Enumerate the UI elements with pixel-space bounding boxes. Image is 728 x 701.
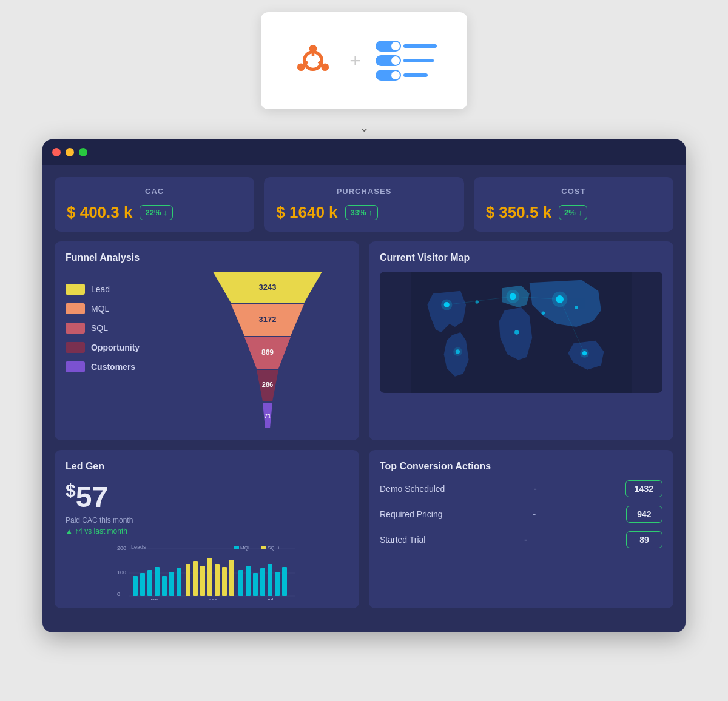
trial-value: 89 bbox=[626, 531, 662, 548]
metric-card-purchases: PURCHASES $ 1640 k 33% ↑ bbox=[264, 177, 463, 232]
led-gen-number: 57 bbox=[76, 481, 108, 513]
svg-text:200: 200 bbox=[117, 545, 126, 551]
svg-rect-46 bbox=[162, 576, 167, 596]
cac-label: CAC bbox=[67, 187, 242, 196]
svg-point-30 bbox=[575, 306, 578, 309]
legend-sql: SQL bbox=[66, 323, 175, 334]
window-close-btn[interactable] bbox=[52, 148, 61, 156]
svg-point-2 bbox=[322, 64, 329, 72]
demo-dash: - bbox=[533, 483, 536, 494]
cac-value: $ 400.3 k bbox=[67, 203, 132, 222]
svg-point-3 bbox=[297, 64, 305, 72]
svg-rect-52 bbox=[207, 558, 212, 596]
svg-rect-49 bbox=[186, 564, 190, 596]
led-gen-title: Led Gen bbox=[66, 461, 348, 472]
visitor-map-card: Current Visitor Map bbox=[369, 241, 673, 440]
chevron-down-icon: ⌄ bbox=[359, 120, 369, 135]
pricing-dash: - bbox=[533, 509, 536, 520]
mql-label: MQL bbox=[91, 304, 109, 314]
cost-arrow: ↓ bbox=[578, 208, 582, 217]
trial-dash: - bbox=[524, 534, 527, 545]
svg-rect-57 bbox=[246, 566, 251, 596]
conversion-card: Top Conversion Actions Demo Scheduled - … bbox=[369, 450, 673, 608]
legend-customers: Customers bbox=[66, 361, 175, 372]
cac-value-row: $ 400.3 k 22% ↓ bbox=[67, 203, 242, 222]
svg-text:286: 286 bbox=[262, 381, 273, 388]
svg-rect-53 bbox=[215, 564, 220, 596]
svg-text:MQL+: MQL+ bbox=[240, 545, 254, 551]
svg-rect-43 bbox=[140, 573, 145, 596]
svg-rect-45 bbox=[155, 567, 160, 596]
customers-color bbox=[66, 361, 85, 372]
cac-badge: 22% ↓ bbox=[140, 205, 173, 220]
funnel-section: Lead MQL SQL Opportunity bbox=[66, 272, 348, 429]
svg-point-19 bbox=[441, 299, 452, 310]
cost-badge: 2% ↓ bbox=[559, 205, 587, 220]
sql-color bbox=[66, 323, 85, 334]
svg-rect-55 bbox=[229, 560, 234, 596]
conversion-title: Top Conversion Actions bbox=[380, 461, 662, 472]
opportunity-label: Opportunity bbox=[91, 343, 140, 352]
led-gen-subtitle: Paid CAC this month bbox=[66, 516, 348, 525]
cac-pct: 22% bbox=[145, 208, 161, 217]
svg-point-27 bbox=[453, 347, 462, 357]
hubspot-icon bbox=[291, 39, 335, 82]
toggles-icon bbox=[376, 41, 437, 81]
purchases-pct: 33% bbox=[351, 208, 366, 217]
svg-rect-42 bbox=[133, 576, 138, 596]
purchases-badge: 33% ↑ bbox=[345, 205, 379, 220]
demo-value: 1432 bbox=[625, 480, 662, 497]
svg-text:Leads: Leads bbox=[131, 544, 146, 550]
metric-card-cac: CAC $ 400.3 k 22% ↓ bbox=[55, 177, 254, 232]
purchases-arrow: ↑ bbox=[369, 208, 373, 217]
cost-value-row: $ 350.5 k 2% ↓ bbox=[486, 203, 661, 222]
bottom-row: Led Gen $57 Paid CAC this month ▲ ↑4 vs … bbox=[55, 450, 673, 608]
map-container bbox=[380, 272, 662, 393]
window-minimize-btn[interactable] bbox=[66, 148, 74, 156]
svg-rect-60 bbox=[268, 564, 272, 596]
svg-rect-44 bbox=[147, 570, 152, 596]
svg-rect-62 bbox=[282, 567, 287, 596]
integration-card: + bbox=[261, 12, 467, 109]
cost-value: $ 350.5 k bbox=[486, 203, 551, 222]
svg-text:Apr: Apr bbox=[208, 597, 217, 600]
metrics-row: CAC $ 400.3 k 22% ↓ PURCHASES $ 1640 k 3… bbox=[55, 177, 673, 232]
browser-titlebar bbox=[42, 139, 686, 165]
svg-rect-56 bbox=[238, 570, 243, 596]
plus-icon: + bbox=[349, 50, 361, 72]
visitor-map-title: Current Visitor Map bbox=[380, 252, 662, 263]
svg-text:0: 0 bbox=[117, 591, 120, 597]
svg-rect-61 bbox=[275, 572, 280, 596]
svg-rect-66 bbox=[234, 546, 239, 549]
dollar-sign: $ bbox=[66, 480, 76, 500]
purchases-value: $ 1640 k bbox=[276, 203, 337, 222]
svg-rect-59 bbox=[260, 568, 265, 596]
pricing-label: Required Pricing bbox=[380, 509, 443, 519]
svg-text:71: 71 bbox=[264, 413, 271, 420]
svg-text:Jul: Jul bbox=[266, 597, 274, 600]
mini-bar-chart: 200 100 0 Leads bbox=[66, 543, 348, 597]
demo-label: Demo Scheduled bbox=[380, 484, 445, 494]
led-gen-change: ▲ ↑4 vs last month bbox=[66, 527, 348, 535]
svg-point-28 bbox=[514, 330, 519, 334]
svg-rect-48 bbox=[177, 568, 181, 596]
customers-label: Customers bbox=[91, 362, 135, 372]
trial-label: Started Trial bbox=[380, 535, 425, 545]
funnel-chart-container: 3243 3172 869 286 71 bbox=[187, 272, 348, 429]
svg-point-29 bbox=[542, 311, 545, 314]
svg-point-1 bbox=[309, 45, 317, 53]
funnel-svg: 3243 3172 869 286 71 bbox=[207, 272, 328, 429]
svg-text:3172: 3172 bbox=[259, 315, 277, 324]
window-maximize-btn[interactable] bbox=[79, 148, 87, 156]
svg-rect-50 bbox=[193, 561, 198, 596]
svg-text:869: 869 bbox=[261, 348, 274, 357]
svg-rect-58 bbox=[253, 573, 258, 596]
dashboard-content: CAC $ 400.3 k 22% ↓ PURCHASES $ 1640 k 3… bbox=[42, 165, 686, 620]
legend-mql: MQL bbox=[66, 303, 175, 314]
conversion-item-trial: Started Trial - 89 bbox=[380, 531, 662, 548]
browser-window: CAC $ 400.3 k 22% ↓ PURCHASES $ 1640 k 3… bbox=[42, 139, 686, 632]
svg-rect-54 bbox=[222, 567, 227, 596]
svg-text:SQL+: SQL+ bbox=[268, 545, 280, 551]
mql-color bbox=[66, 303, 85, 314]
bar-chart-svg: 200 100 0 Leads bbox=[66, 543, 348, 600]
